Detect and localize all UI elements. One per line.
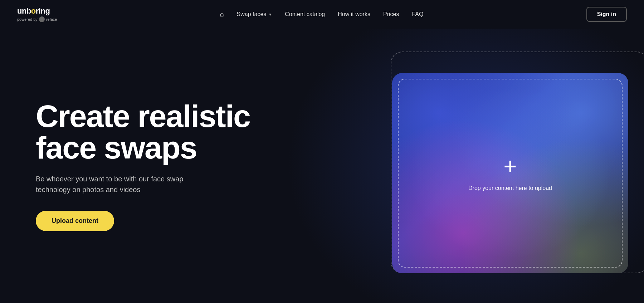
nav-how-it-works[interactable]: How it works bbox=[338, 11, 370, 18]
nav-content-catalog[interactable]: Content catalog bbox=[285, 11, 325, 18]
hero-subtitle: Be whoever you want to be with our face … bbox=[36, 174, 208, 195]
upload-card[interactable]: + Drop your content here to upload bbox=[392, 73, 628, 273]
reface-logo-icon bbox=[39, 16, 45, 22]
nav-center: ⌂ Swap faces ▼ Content catalog How it wo… bbox=[220, 11, 424, 18]
hero-left: Create realistic face swaps Be whoever y… bbox=[0, 101, 250, 231]
hero-right: + Drop your content here to upload bbox=[322, 29, 644, 303]
navbar: unboring powered by reface ⌂ Swap faces … bbox=[0, 0, 644, 29]
sign-in-button[interactable]: Sign in bbox=[586, 7, 627, 22]
chevron-down-icon: ▼ bbox=[268, 13, 272, 16]
drop-text: Drop your content here to upload bbox=[468, 185, 552, 191]
powered-by-text: powered by bbox=[17, 17, 38, 21]
logo: unboring powered by reface bbox=[17, 6, 57, 22]
hero-section: Create realistic face swaps Be whoever y… bbox=[0, 29, 644, 303]
home-icon[interactable]: ⌂ bbox=[220, 11, 224, 18]
nav-prices[interactable]: Prices bbox=[383, 11, 399, 18]
logo-text: unboring bbox=[17, 6, 57, 16]
hero-title: Create realistic face swaps bbox=[36, 101, 250, 163]
nav-swap-faces[interactable]: Swap faces ▼ bbox=[237, 11, 272, 18]
plus-icon: + bbox=[503, 155, 517, 178]
upload-drop-zone[interactable]: + Drop your content here to upload bbox=[398, 79, 623, 268]
nav-faq[interactable]: FAQ bbox=[412, 11, 423, 18]
upload-content-button[interactable]: Upload content bbox=[36, 211, 114, 231]
powered-brand-text: reface bbox=[46, 17, 57, 21]
powered-by: powered by reface bbox=[17, 16, 57, 22]
